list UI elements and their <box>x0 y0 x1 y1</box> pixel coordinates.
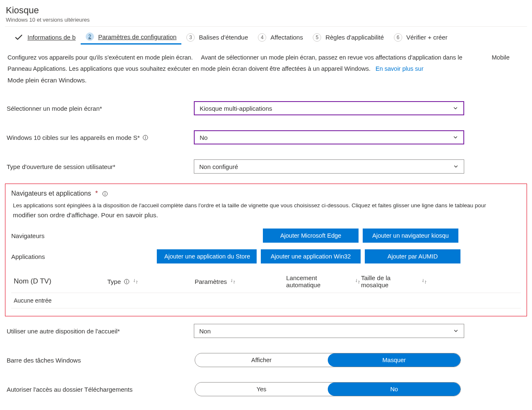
kiosk-mode-value: Kiosque multi-applications <box>200 105 272 112</box>
browsers-apps-section: Navigateurs et applications * Les applic… <box>5 184 527 316</box>
step-badge-icon: 4 <box>258 33 266 42</box>
step-badge-icon: 3 <box>186 33 195 42</box>
downloads-yes-option[interactable]: Yes <box>195 383 328 396</box>
s-mode-label-text: Windows 10 cibles sur les appareils en m… <box>7 134 140 141</box>
step-review-label: Vérifier + créer <box>406 34 448 41</box>
intro-b: Avant de sélectionner un mode plein écra… <box>201 54 463 61</box>
col-settings[interactable]: Paramètres <box>195 278 286 285</box>
section-help-b: modifier son ordre d'affichage. Pour en … <box>13 211 158 219</box>
intro-text: Mobile Configurez vos appareils pour qu'… <box>5 45 527 94</box>
step-scope-tags[interactable]: 3 Balises d'étendue <box>181 33 253 44</box>
step-assignments[interactable]: 4 Affectations <box>253 33 308 44</box>
col-type-label: Type <box>107 278 121 285</box>
kiosk-mode-select[interactable]: Kiosque multi-applications <box>194 101 464 115</box>
step-basics[interactable]: Informations de b <box>9 33 81 45</box>
step-review[interactable]: 6 Vérifier + créer <box>389 33 453 44</box>
logon-type-select[interactable]: Non configuré <box>194 159 464 174</box>
col-name-label: Nom (D TV) <box>14 277 51 286</box>
step-scope-tags-label: Balises d'étendue <box>199 34 248 41</box>
chevron-down-icon <box>453 164 459 169</box>
alt-start-value: Non <box>199 328 211 335</box>
intro-a: Configurez vos appareils pour qu'ils s'e… <box>7 54 193 61</box>
taskbar-label: Barre des tâches Windows <box>7 357 194 364</box>
check-icon <box>14 33 23 42</box>
learn-more-link[interactable]: En savoir plus sur <box>376 63 423 75</box>
alt-start-label: Utiliser une autre disposition de l'accu… <box>7 328 194 335</box>
step-badge-icon: 6 <box>394 33 402 42</box>
col-autolaunch-label: Lancement automatique <box>286 274 352 288</box>
col-settings-label: Paramètres <box>195 278 227 285</box>
downloads-toggle: Yes No <box>195 382 461 396</box>
s-mode-label: Windows 10 cibles sur les appareils en m… <box>7 134 194 141</box>
downloads-label: Autoriser l'accès au dossier Téléchargem… <box>7 386 194 393</box>
sort-icon[interactable] <box>354 278 361 285</box>
applications-row-label: Applications <box>11 253 153 260</box>
step-applicability-label: Règles d'applicabilité <box>325 34 384 41</box>
add-store-app-button[interactable]: Ajouter une application du Store <box>157 249 257 263</box>
alt-start-select[interactable]: Non <box>194 324 464 338</box>
page-title: Kiosque <box>6 5 527 16</box>
logon-type-label: Type d'ouverture de session utilisateur* <box>7 163 194 170</box>
chevron-down-icon <box>453 105 458 111</box>
browsers-apps-title: Navigateurs et applications <box>11 190 91 197</box>
step-basics-label: Informations de b <box>27 34 76 41</box>
s-mode-value: No <box>200 134 208 141</box>
info-icon[interactable] <box>142 134 148 141</box>
add-edge-button[interactable]: Ajouter Microsoft Edge <box>263 229 359 243</box>
sort-icon[interactable] <box>421 278 428 285</box>
taskbar-show-option[interactable]: Afficher <box>195 353 328 367</box>
step-badge-icon: 5 <box>313 33 321 42</box>
add-aumid-button[interactable]: Ajouter par AUMID <box>365 249 460 263</box>
taskbar-hide-option[interactable]: Masquer <box>328 353 460 367</box>
required-asterisk: * <box>95 190 98 197</box>
step-assignments-label: Affectations <box>270 34 303 41</box>
info-icon[interactable] <box>102 191 108 197</box>
step-badge-icon: 2 <box>86 32 94 41</box>
step-configuration[interactable]: 2 Paramètres de configuration <box>81 32 181 45</box>
section-help-a: Les applications sont épinglées à la dis… <box>13 202 486 209</box>
intro-d: Mode plein écran Windows. <box>7 77 87 84</box>
browsers-row-label: Navigateurs <box>11 232 153 239</box>
mobile-label: Mobile <box>492 52 510 63</box>
apps-table-header: Nom (D TV) Type Paramètres Lancement aut… <box>11 267 521 293</box>
add-win32-app-button[interactable]: Ajouter une application Win32 <box>261 249 361 263</box>
col-name[interactable]: Nom (D TV) <box>14 277 107 286</box>
intro-c: Panneau Applications. Les applications q… <box>7 65 371 72</box>
info-icon[interactable] <box>124 278 130 285</box>
col-tile-size-label: Taille de la mosaïque <box>361 274 418 288</box>
apps-table-empty: Aucune entrée <box>11 293 521 308</box>
sort-icon[interactable] <box>230 278 236 285</box>
col-type[interactable]: Type <box>107 278 195 285</box>
kiosk-mode-label: Sélectionner un mode plein écran* <box>7 105 194 112</box>
col-autolaunch[interactable]: Lancement automatique <box>286 274 361 288</box>
add-kiosk-browser-button[interactable]: Ajouter un navigateur kiosqu <box>363 229 458 243</box>
step-applicability[interactable]: 5 Règles d'applicabilité <box>308 33 388 44</box>
chevron-down-icon <box>453 134 458 140</box>
wizard-steps: Informations de b 2 Paramètres de config… <box>5 27 527 45</box>
step-configuration-label: Paramètres de configuration <box>98 33 176 40</box>
col-tile-size[interactable]: Taille de la mosaïque <box>361 274 428 288</box>
downloads-no-option[interactable]: No <box>328 383 460 396</box>
chevron-down-icon <box>453 328 459 334</box>
s-mode-select[interactable]: No <box>194 130 464 144</box>
taskbar-toggle: Afficher Masquer <box>195 353 461 367</box>
logon-type-value: Non configuré <box>199 163 238 170</box>
page-subtitle: Windows 10 et versions ultérieures <box>6 17 527 23</box>
sort-icon[interactable] <box>132 278 139 285</box>
